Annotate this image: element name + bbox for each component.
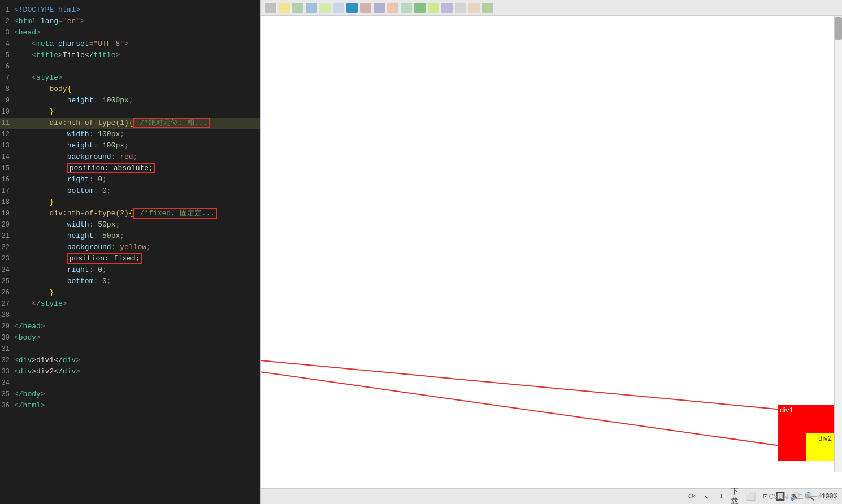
token: 0 bbox=[98, 175, 102, 184]
line-number-21: 21 bbox=[0, 231, 12, 242]
line-number-20: 20 bbox=[0, 219, 12, 231]
token: < bbox=[14, 299, 36, 308]
token: width bbox=[67, 220, 89, 229]
editor-line-22: 22 background: yellow; bbox=[0, 242, 260, 253]
line-number-23: 23 bbox=[0, 253, 12, 264]
browser-bottom-bar: ⟳↖⬇下载⬜⊡🔲🔊🔍100% bbox=[261, 488, 842, 504]
editor-line-3: 3<head> bbox=[0, 27, 260, 38]
bottom-bar-icon[interactable]: 下载 bbox=[731, 492, 741, 502]
line-number-11: 11 bbox=[0, 118, 12, 129]
editor-line-15: 15 position: absolute; bbox=[0, 163, 260, 174]
token bbox=[14, 198, 49, 206]
token: : bbox=[89, 266, 98, 274]
token: style bbox=[36, 73, 58, 82]
token: div bbox=[19, 356, 32, 364]
token: < bbox=[14, 73, 36, 82]
token: right bbox=[67, 266, 89, 274]
bottom-bar-icon[interactable]: ↖ bbox=[701, 492, 711, 502]
token: right bbox=[67, 175, 89, 184]
token: "UTF-8" bbox=[93, 40, 124, 48]
token bbox=[14, 232, 67, 240]
color-swatch bbox=[428, 3, 439, 13]
line-content-29: </head> bbox=[14, 321, 260, 332]
browser-preview: div1 div2 ⟳↖⬇下载⬜⊡🔲🔊🔍100% CSDN @二哥一直坚持 bbox=[260, 0, 842, 504]
div2-preview: div2 bbox=[806, 433, 834, 461]
token: div bbox=[63, 367, 76, 376]
editor-line-26: 26 } bbox=[0, 287, 260, 298]
color-swatch bbox=[292, 3, 303, 13]
line-number-22: 22 bbox=[0, 242, 12, 253]
token: <!DOCTYPE html> bbox=[14, 6, 80, 14]
line-number-31: 31 bbox=[0, 344, 12, 355]
editor-line-4: 4 <meta charset="UTF-8"> bbox=[0, 38, 260, 50]
color-swatch bbox=[265, 3, 276, 13]
color-swatch bbox=[319, 3, 331, 13]
line-number-7: 7 bbox=[0, 72, 12, 84]
token: > bbox=[63, 299, 67, 308]
token: ; bbox=[129, 96, 133, 105]
code-editor: 1<!DOCTYPE html>2<html lang="en">3<head>… bbox=[0, 0, 260, 504]
line-content-1: <!DOCTYPE html> bbox=[14, 5, 260, 16]
token bbox=[14, 209, 49, 218]
line-number-18: 18 bbox=[0, 197, 12, 208]
token: > bbox=[36, 333, 41, 342]
color-swatch bbox=[279, 3, 290, 13]
token: > bbox=[76, 356, 80, 364]
token: head bbox=[19, 28, 36, 37]
bottom-bar-icon[interactable]: ⬜ bbox=[745, 492, 756, 502]
token: body bbox=[49, 85, 67, 93]
editor-line-35: 35</body> bbox=[0, 389, 260, 400]
scrollbar-thumb[interactable] bbox=[835, 17, 842, 40]
line-content-14: background: red; bbox=[14, 151, 260, 163]
line-content-32: <div>div1</div> bbox=[14, 355, 260, 366]
token: 0 bbox=[98, 266, 102, 274]
line-content-11: div:nth-of-type(1){ /*绝对定位: 相... bbox=[14, 118, 260, 129]
token: < bbox=[14, 356, 19, 364]
token: height bbox=[67, 232, 94, 240]
line-content-27: </style> bbox=[14, 298, 260, 310]
token: meta bbox=[36, 40, 54, 48]
line-number-6: 6 bbox=[0, 61, 12, 72]
editor-line-30: 30<body> bbox=[0, 332, 260, 344]
token bbox=[14, 277, 67, 285]
token bbox=[14, 164, 67, 172]
token: ; bbox=[120, 232, 124, 240]
browser-scrollbar[interactable] bbox=[834, 16, 842, 472]
token: >div2</ bbox=[32, 367, 63, 376]
token: /style bbox=[36, 299, 63, 308]
editor-content: 1<!DOCTYPE html>2<html lang="en">3<head>… bbox=[0, 0, 260, 504]
token: red bbox=[120, 153, 133, 161]
line-number-32: 32 bbox=[0, 355, 12, 366]
editor-line-16: 16 right: 0; bbox=[0, 174, 260, 185]
editor-line-18: 18 } bbox=[0, 197, 260, 208]
token: > bbox=[76, 367, 80, 376]
editor-line-24: 24 right: 0; bbox=[0, 264, 260, 276]
line-content-12: width: 100px; bbox=[14, 129, 260, 140]
line-number-24: 24 bbox=[0, 264, 12, 276]
editor-line-29: 29</head> bbox=[0, 321, 260, 332]
line-number-5: 5 bbox=[0, 50, 12, 61]
token: >div1</ bbox=[32, 356, 63, 364]
boxed-token: position: absolute; bbox=[67, 163, 155, 173]
bottom-bar-icon[interactable]: ⟳ bbox=[687, 492, 697, 502]
line-content-5: <title>Title</title> bbox=[14, 50, 260, 61]
div1-label: div1 bbox=[780, 406, 793, 414]
token bbox=[14, 96, 67, 105]
div2-label: div2 bbox=[818, 434, 832, 442]
token: 100px bbox=[102, 141, 124, 150]
svg-line-2 bbox=[261, 372, 809, 450]
line-content-2: <html lang="en"> bbox=[14, 16, 260, 27]
line-number-25: 25 bbox=[0, 276, 12, 287]
editor-line-1: 1<!DOCTYPE html> bbox=[0, 5, 260, 16]
line-content-19: div:nth-of-type(2){ /*fixed, 固定定... bbox=[14, 208, 260, 219]
line-content-20: width: 50px; bbox=[14, 219, 260, 231]
bottom-bar-icon[interactable]: ⬇ bbox=[716, 492, 726, 502]
line-content-15: position: absolute; bbox=[14, 163, 260, 174]
token: } bbox=[49, 288, 54, 297]
token: < bbox=[14, 333, 19, 342]
line-content-13: height: 100px; bbox=[14, 140, 260, 151]
token bbox=[54, 40, 58, 48]
line-content-10: } bbox=[14, 106, 260, 118]
token: ; bbox=[107, 277, 111, 285]
token: } bbox=[49, 107, 54, 116]
